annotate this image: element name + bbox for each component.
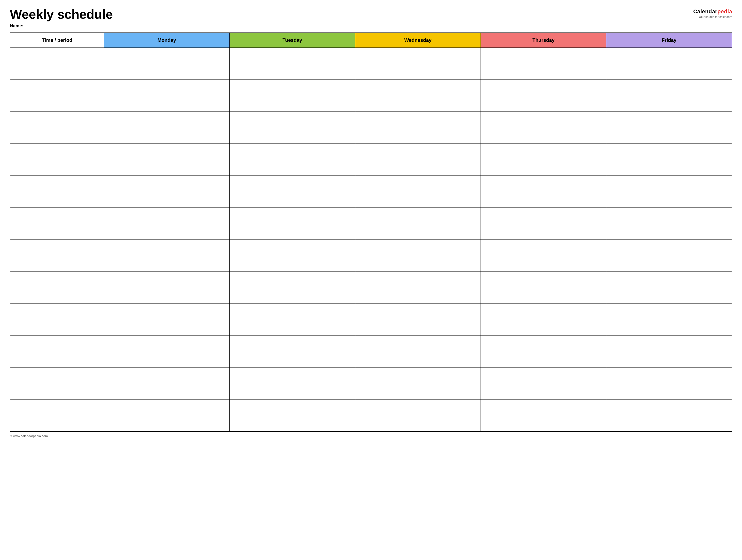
cell-row10-col5[interactable] [606,336,732,368]
cell-row8-col2[interactable] [229,272,355,303]
table-row [10,112,732,144]
cell-row3-col5[interactable] [606,112,732,144]
cell-row1-col0[interactable] [10,48,104,79]
cell-row11-col5[interactable] [606,368,732,399]
cell-row1-col2[interactable] [229,48,355,79]
cell-row9-col0[interactable] [10,303,104,336]
table-row [10,48,732,79]
cell-row7-col3[interactable] [355,239,481,272]
cell-row2-col2[interactable] [229,79,355,112]
cell-row9-col2[interactable] [229,303,355,336]
footer: © www.calendarpedia.com [10,434,732,438]
cell-row1-col3[interactable] [355,48,481,79]
cell-row6-col4[interactable] [481,208,606,239]
cell-row7-col5[interactable] [606,239,732,272]
table-row [10,208,732,239]
cell-row3-col0[interactable] [10,112,104,144]
cell-row9-col3[interactable] [355,303,481,336]
table-row [10,303,732,336]
cell-row9-col4[interactable] [481,303,606,336]
cell-row11-col4[interactable] [481,368,606,399]
cell-row10-col3[interactable] [355,336,481,368]
cell-row10-col4[interactable] [481,336,606,368]
cell-row8-col0[interactable] [10,272,104,303]
cell-row6-col0[interactable] [10,208,104,239]
cell-row4-col1[interactable] [104,144,229,175]
cell-row6-col2[interactable] [229,208,355,239]
cell-row6-col1[interactable] [104,208,229,239]
cell-row3-col1[interactable] [104,112,229,144]
cell-row12-col3[interactable] [355,399,481,432]
cell-row8-col3[interactable] [355,272,481,303]
cell-row2-col1[interactable] [104,79,229,112]
cell-row4-col5[interactable] [606,144,732,175]
logo-text: Calendarpedia [693,8,732,15]
cell-row12-col0[interactable] [10,399,104,432]
logo-pedia: pedia [718,8,732,14]
cell-row1-col5[interactable] [606,48,732,79]
cell-row2-col0[interactable] [10,79,104,112]
cell-row12-col4[interactable] [481,399,606,432]
cell-row10-col1[interactable] [104,336,229,368]
cell-row4-col0[interactable] [10,144,104,175]
cell-row3-col2[interactable] [229,112,355,144]
cell-row9-col5[interactable] [606,303,732,336]
table-row [10,336,732,368]
cell-row2-col4[interactable] [481,79,606,112]
cell-row7-col0[interactable] [10,239,104,272]
table-header-row: Time / period Monday Tuesday Wednesday T… [10,33,732,48]
cell-row8-col4[interactable] [481,272,606,303]
cell-row9-col1[interactable] [104,303,229,336]
title-area: Weekly schedule Name: [10,7,113,29]
cell-row5-col5[interactable] [606,175,732,208]
cell-row5-col2[interactable] [229,175,355,208]
cell-row12-col5[interactable] [606,399,732,432]
cell-row8-col5[interactable] [606,272,732,303]
cell-row11-col3[interactable] [355,368,481,399]
table-row [10,272,732,303]
page-header: Weekly schedule Name: Calendarpedia Your… [10,7,732,29]
cell-row6-col5[interactable] [606,208,732,239]
cell-row7-col4[interactable] [481,239,606,272]
cell-row8-col1[interactable] [104,272,229,303]
logo-calendar: Calendar [693,8,718,14]
col-header-thursday: Thursday [481,33,606,48]
cell-row2-col3[interactable] [355,79,481,112]
cell-row6-col3[interactable] [355,208,481,239]
cell-row3-col4[interactable] [481,112,606,144]
cell-row12-col2[interactable] [229,399,355,432]
table-row [10,399,732,432]
cell-row11-col2[interactable] [229,368,355,399]
col-header-friday: Friday [606,33,732,48]
table-row [10,175,732,208]
logo-area: Calendarpedia Your source for calendars [693,8,732,19]
schedule-table: Time / period Monday Tuesday Wednesday T… [10,33,732,432]
table-row [10,368,732,399]
cell-row10-col0[interactable] [10,336,104,368]
cell-row7-col1[interactable] [104,239,229,272]
cell-row11-col1[interactable] [104,368,229,399]
cell-row4-col2[interactable] [229,144,355,175]
cell-row11-col0[interactable] [10,368,104,399]
table-row [10,144,732,175]
col-header-wednesday: Wednesday [355,33,481,48]
cell-row2-col5[interactable] [606,79,732,112]
cell-row3-col3[interactable] [355,112,481,144]
logo-tagline: Your source for calendars [699,15,732,19]
cell-row12-col1[interactable] [104,399,229,432]
cell-row4-col3[interactable] [355,144,481,175]
cell-row4-col4[interactable] [481,144,606,175]
cell-row5-col1[interactable] [104,175,229,208]
cell-row7-col2[interactable] [229,239,355,272]
col-header-monday: Monday [104,33,229,48]
cell-row5-col4[interactable] [481,175,606,208]
table-row [10,239,732,272]
copyright-text: © www.calendarpedia.com [10,434,48,438]
cell-row10-col2[interactable] [229,336,355,368]
cell-row1-col1[interactable] [104,48,229,79]
col-header-tuesday: Tuesday [229,33,355,48]
cell-row5-col0[interactable] [10,175,104,208]
cell-row1-col4[interactable] [481,48,606,79]
cell-row5-col3[interactable] [355,175,481,208]
table-row [10,79,732,112]
